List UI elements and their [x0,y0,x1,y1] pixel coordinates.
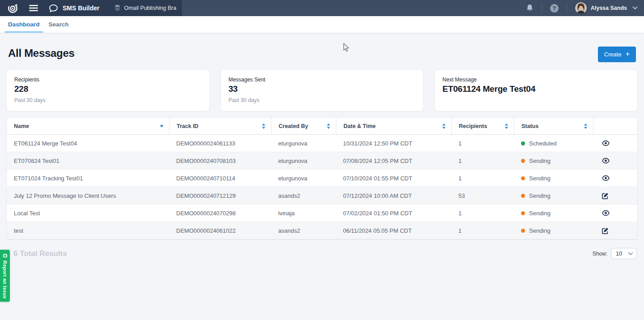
report-issue-tab[interactable]: Report an Issue [0,250,10,302]
cell-created-by: eturgunova [271,140,336,147]
brand-selector-label: Omail Publishing Bra... [124,5,177,11]
cell-track-id: DEMO0000240712129 [169,192,271,199]
cell-created-by: asands2 [271,227,336,234]
column-label: Recipients [459,123,487,129]
notifications-bell-icon[interactable] [521,0,538,16]
cell-name: ET070824 Test01 [7,158,169,164]
stat-card-messages-sent: Messages Sent 33 Past 30 days [220,69,424,111]
table-row: ET070824 Test01DEMO0000240708103eturguno… [7,152,637,170]
navbar-divider [567,4,567,13]
cell-created-by: eturgunova [271,158,336,164]
column-header-name[interactable]: Name [7,118,169,135]
column-header-actions [593,118,637,135]
column-label: Status [521,123,538,129]
cell-name: ET061124 Merge Test04 [7,140,169,147]
cell-date-time: 06/11/2024 05:05 PM CDT [336,227,451,234]
view-eye-icon [602,175,610,181]
stat-card-next-message: Next Message ET061124 Merge Test04 [434,69,638,111]
sort-desc-icon[interactable] [160,125,164,128]
status-label: Scheduled [529,140,556,147]
page-title: All Messages [8,47,74,60]
status-dot [521,141,525,145]
edit-icon [602,192,609,199]
stat-label: Recipients [14,77,202,83]
table-row: July 12 Promo Message to Client UsersDEM… [7,187,637,205]
user-menu-chevron-icon[interactable] [632,6,638,10]
table-row: Local TestDEMO0000024070298lvinaja07/02/… [7,205,637,222]
create-button[interactable]: Create + [598,47,636,62]
stat-value: 33 [229,84,416,94]
report-issue-label: Report an Issue [2,260,8,299]
stat-value: 228 [14,84,202,94]
tab-search[interactable]: Search [44,16,73,33]
sort-icon[interactable] [584,124,588,129]
tab-dashboard[interactable]: Dashboard [4,16,44,33]
stat-label: Messages Sent [229,77,416,83]
help-icon[interactable]: ? [546,0,563,16]
table-row: testDEMO0000024061022asands206/11/2024 0… [7,222,637,239]
sort-icon[interactable] [504,124,508,129]
create-button-label: Create [604,51,622,58]
column-label: Created By [279,123,308,129]
table-row: ET071024 Tracking Test01DEMO000024071011… [7,170,637,187]
column-header-date-time[interactable]: Date & Time [336,118,451,135]
cell-recipients: 1 [451,140,514,147]
edit-action-button[interactable] [593,192,637,199]
cell-date-time: 07/02/2024 01:50 PM CDT [336,210,451,217]
cell-created-by: asands2 [271,192,336,199]
column-label: Track ID [177,123,199,129]
status-label: Sending [529,192,551,199]
sms-chat-bubble-icon [44,0,58,16]
status-dot [521,159,525,163]
view-action-button[interactable] [593,158,637,164]
edit-action-button[interactable] [593,227,637,234]
plus-icon: + [626,51,630,58]
cell-status: Sending [514,175,593,182]
main-content: All Messages Create + Recipients 228 Pas… [0,33,644,259]
stat-period: Past 30 days [14,97,202,103]
view-action-button[interactable] [593,210,637,216]
brand-logo-icon[interactable] [6,0,23,16]
column-header-recipients[interactable]: Recipients [451,118,514,135]
chevron-down-icon [628,252,633,256]
column-header-track-id[interactable]: Track ID [169,118,271,135]
cell-created-by: lvinaja [271,210,336,217]
status-label: Sending [529,227,551,234]
user-avatar[interactable] [575,2,587,14]
status-dot [521,176,525,180]
total-results-label: 6 Total Results [13,249,67,258]
sort-icon[interactable] [262,124,266,129]
sort-icon[interactable] [326,124,330,129]
table-header-row: Name Track ID Created By Date & Time [7,118,637,135]
edit-icon [602,227,609,234]
cell-recipients: 1 [451,175,514,182]
column-header-status[interactable]: Status [514,118,593,135]
cell-status: Sending [514,158,593,164]
column-label: Date & Time [343,123,376,129]
stat-label: Next Message [442,77,630,83]
hamburger-menu-icon[interactable] [25,0,42,16]
column-header-created-by[interactable]: Created By [271,118,336,135]
cell-recipients: 1 [451,210,514,217]
status-label: Sending [529,210,551,217]
navbar-left-section: SMS Builder Omail Publishing Bra... [0,0,182,16]
cell-date-time: 07/12/2024 10:00 AM CDT [336,192,451,199]
cell-created-by: eturgunova [271,175,336,182]
cell-date-time: 10/31/2024 12:50 PM CDT [336,140,451,147]
cell-track-id: DEMO0000240708103 [169,158,271,164]
view-action-button[interactable] [593,140,637,146]
sort-icon[interactable] [442,124,446,129]
cell-date-time: 07/10/2024 01:55 PM CDT [336,175,451,182]
navbar-right-section: ? Alyssa Sands [182,0,644,16]
database-icon [114,5,120,11]
column-label: Name [14,123,29,129]
brand-selector-dropdown[interactable]: Omail Publishing Bra... [114,5,192,11]
page-size-select[interactable]: 10 [611,248,637,259]
user-name: Alyssa Sands [591,5,627,11]
cell-recipients: 1 [451,158,514,164]
cell-status: Sending [514,210,593,217]
status-dot [521,211,525,215]
app-title: SMS Builder [63,4,99,12]
table-row: ET061124 Merge Test04DEMO0000024061133et… [7,135,637,152]
view-action-button[interactable] [593,175,637,181]
